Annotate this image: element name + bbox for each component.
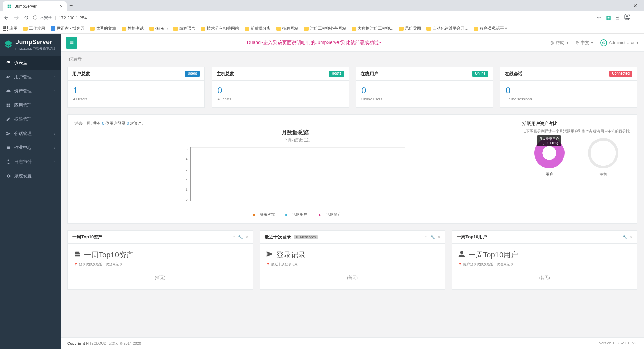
tab-close-icon[interactable]: × [60, 4, 63, 9]
card-sub: 📍登录次数及最近一次登录记录. [74, 262, 247, 267]
collapse-icon[interactable]: ⌃ [617, 235, 620, 239]
card-title: 一周Top10用户 [457, 234, 487, 240]
bookmark-item[interactable]: 尹正杰 - 博客园 [51, 26, 85, 31]
sidebar-item-gears[interactable]: 系统设置 [0, 169, 61, 183]
stat-card: 在线用户Online0Online users [356, 67, 493, 108]
reload-button[interactable] [24, 15, 29, 20]
pin-icon: 📍 [74, 263, 78, 266]
bookmarks-bar: 应用工作常用尹正杰 - 博客园优秀的文章性格测试GitHub编程语言技术分享相关… [0, 24, 644, 34]
stat-card: 在线会话Connected0Online sessions [500, 67, 637, 108]
sidebar-item-label: 日志审计 [14, 159, 32, 165]
bookmark-item[interactable]: 前后端分离 [245, 26, 271, 31]
sidebar-item-edit[interactable]: 权限管理‹ [0, 112, 61, 126]
collapse-icon[interactable]: ⌃ [425, 235, 428, 239]
legend-item[interactable]: —■— 登录次数 [249, 212, 275, 217]
bookmark-item[interactable]: 编程语言 [173, 26, 195, 31]
bookmark-item[interactable]: 工作常用 [23, 26, 45, 31]
bookmark-item[interactable]: 程序员私活平台 [474, 26, 508, 31]
legend-item[interactable]: —▲— 活跃资产 [314, 212, 341, 217]
bookmark-item[interactable]: 运维工程师必备网站 [304, 26, 346, 31]
user-dropdown[interactable]: ⏻ Administrator ▾ [600, 39, 639, 46]
chevron-down-icon: ▾ [566, 40, 569, 45]
sidebar-item-label: 权限管理 [14, 116, 32, 122]
menu-icon[interactable]: ⋮ [635, 14, 641, 21]
power-icon: ⏻ [600, 39, 607, 46]
window-close-icon[interactable]: ✕ [633, 3, 637, 9]
bookmark-item[interactable]: 大数据运维工程师... [352, 26, 393, 31]
bookmark-item[interactable]: 性格测试 [122, 26, 144, 31]
card-empty: (暂无) [74, 267, 247, 283]
bookmark-item[interactable]: 思维导图 [399, 26, 421, 31]
support-icon: ◎ [550, 40, 554, 45]
bookmark-item[interactable]: 招聘网站 [276, 26, 298, 31]
bookmark-item[interactable]: 优秀的文章 [90, 26, 116, 31]
chart-title: 月数据总览 [186, 129, 405, 136]
chevron-left-icon: ‹ [54, 75, 55, 79]
donut-tooltip: 月未登录用户 1 (100.00%) [537, 135, 561, 146]
wrench-icon[interactable]: 🔧 [623, 235, 627, 239]
new-tab-button[interactable]: + [69, 2, 73, 9]
stat-value: 0 [217, 85, 343, 96]
close-icon[interactable]: × [246, 235, 248, 239]
week-stat-text: 过去一周, 共有 0 位用户登录 0 次资产. [74, 121, 516, 126]
close-icon[interactable]: × [438, 235, 440, 239]
pin-icon: 📍 [266, 263, 270, 266]
dashboard-icon [6, 60, 11, 65]
chevron-left-icon: ‹ [54, 160, 55, 164]
sidebar-item-label: 系统设置 [14, 173, 32, 179]
legend-item[interactable]: —■— 活跃用户 [282, 212, 308, 217]
bookmark-apps[interactable]: 应用 [3, 26, 18, 31]
sidebar-toggle-button[interactable] [66, 37, 77, 49]
sidebar-item-cloud[interactable]: 资产管理‹ [0, 84, 61, 98]
stat-title: 用户总数 [72, 71, 90, 77]
extension-icon[interactable]: ▦ [606, 14, 611, 21]
close-icon[interactable]: × [630, 235, 632, 239]
stat-sub: All hosts [217, 97, 343, 101]
wrench-icon[interactable]: 🔧 [430, 235, 435, 239]
collapse-icon[interactable]: ⌃ [232, 235, 235, 239]
stat-sub: Online users [361, 97, 487, 101]
sidebar-item-label: 用户管理 [14, 74, 32, 80]
profile-icon[interactable] [624, 13, 631, 22]
sidebar-item-users[interactable]: 用户管理‹ [0, 70, 61, 84]
back-button[interactable] [3, 14, 9, 21]
sidebar-item-book[interactable]: 作业中心‹ [0, 141, 61, 155]
chevron-left-icon: ‹ [54, 132, 55, 136]
sidebar-item-history[interactable]: 日志审计‹ [0, 155, 61, 169]
sidebar-item-label: 会话管理 [14, 130, 32, 137]
forward-button[interactable] [13, 14, 20, 21]
language-dropdown[interactable]: ⊕ 中文 ▾ [575, 40, 593, 46]
bookmark-item[interactable]: 技术分享相关网站 [201, 26, 239, 31]
bottom-card: 最近十次登录10 Messages⌃🔧×登录记录📍最近十次登录记录.(暂无) [260, 230, 445, 290]
user-icon [458, 250, 465, 260]
logo: JumpServer FIT2CLOUD 飞致云 旗下品牌 [0, 34, 61, 56]
window-maximize-icon[interactable]: □ [623, 3, 626, 9]
chart-card: 过去一周, 共有 0 位用户登录 0 次资产. 月数据总览 一个月内历史汇总 5… [67, 114, 637, 224]
help-dropdown[interactable]: ◎ 帮助 ▾ [550, 40, 569, 46]
security-label: 不安全 [40, 15, 52, 21]
sidebar-item-grid[interactable]: 应用管理‹ [0, 98, 61, 112]
sidebar-item-dashboard[interactable]: 仪表盘 [0, 56, 61, 70]
browser-tab[interactable]: JumpServer × [3, 1, 67, 11]
donut-section-title: 活跃用户资产占比 [522, 121, 630, 127]
sidebar-item-label: 仪表盘 [14, 60, 27, 66]
card-heading: 登录记录 [266, 250, 439, 260]
star-icon[interactable]: ☆ [597, 14, 601, 21]
address-bar: ⓘ 不安全 | 172.200.1.254 ☆ ▦ ⌸ ⋮ [0, 11, 644, 24]
wrench-icon[interactable]: 🔧 [238, 235, 243, 239]
users-icon [6, 75, 11, 79]
url-input[interactable]: ⓘ 不安全 | 172.200.1.254 [33, 14, 592, 21]
gears-icon [6, 174, 11, 178]
card-sub: 📍用户登录次数及最近一次登录记录 [458, 262, 631, 267]
key-icon[interactable]: ⌸ [616, 14, 619, 21]
bookmark-item[interactable]: GitHub [149, 26, 168, 31]
bookmark-item[interactable]: 自动化运维平台开... [426, 26, 468, 31]
sidebar-item-label: 应用管理 [14, 102, 32, 108]
sidebar-item-send[interactable]: 会话管理‹ [0, 126, 61, 141]
stat-badge: Connected [609, 71, 632, 77]
donut-hosts: 主机 [588, 138, 618, 177]
app-name: JumpServer [15, 39, 55, 46]
card-title: 一周Top10资产 [72, 234, 102, 240]
browser-tab-bar: JumpServer × + — □ ✕ [0, 0, 644, 11]
window-minimize-icon[interactable]: — [611, 3, 616, 9]
